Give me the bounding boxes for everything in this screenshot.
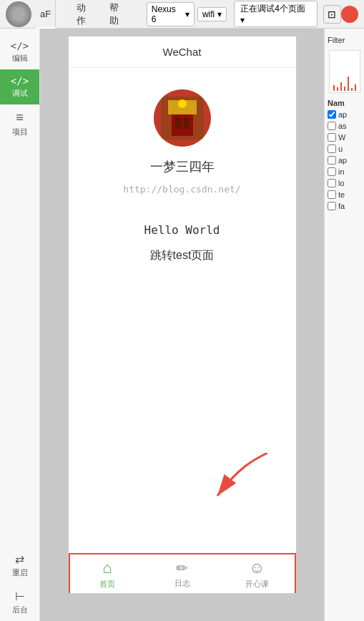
chart-bar xyxy=(337,87,338,91)
menu-item-help[interactable]: 帮助 xyxy=(102,0,135,30)
restart-icon: ⇄ xyxy=(15,552,24,566)
tab-home-label: 首页 xyxy=(99,579,115,590)
checkbox-row-fa[interactable]: fa xyxy=(325,200,364,212)
debug-status-button[interactable]: 正在调试4个页面 ▾ xyxy=(234,1,317,27)
hello-text: Hello World xyxy=(144,223,220,237)
sidebar-bottom: ⇄ 重启 ⊢ 后台 xyxy=(0,547,39,621)
svg-rect-4 xyxy=(175,118,181,129)
code-icon: </> xyxy=(11,40,29,52)
chart-bar xyxy=(355,84,356,91)
checkbox-label-in: in xyxy=(338,167,345,176)
checkbox-label-W: W xyxy=(338,133,345,142)
phone-frame: WeChat 一梦三四年 xyxy=(68,36,297,594)
happy-icon: ☺ xyxy=(249,559,265,577)
checkbox-ap2[interactable] xyxy=(328,156,336,165)
sidebar-item-restart[interactable]: ⇄ 重启 xyxy=(0,547,39,584)
checkbox-W[interactable] xyxy=(328,133,336,142)
sidebar-item-edit[interactable]: </> 编辑 xyxy=(0,34,39,69)
chart-bar xyxy=(340,82,342,91)
camera-icon: ⊡ xyxy=(328,9,336,20)
name-column-label: Nam xyxy=(325,97,364,109)
screenshot-button[interactable]: ⊡ xyxy=(323,5,342,24)
page-title: WeChat xyxy=(163,46,202,58)
nav-link[interactable]: 跳转test页面 xyxy=(150,248,215,263)
user-url: http://blog.csdn.net/ xyxy=(123,184,240,195)
avatar xyxy=(154,89,211,147)
diary-icon: ✏ xyxy=(176,559,188,577)
checkbox-fa[interactable] xyxy=(328,202,336,210)
chart-bar xyxy=(348,77,349,91)
checkbox-row-W[interactable]: W xyxy=(325,132,364,143)
left-sidebar: </> 编辑 </> 调试 ≡ 项目 ⇄ 重启 ⊢ 后台 xyxy=(0,29,40,621)
chevron-down-icon: ▾ xyxy=(185,9,190,19)
nav-arrow xyxy=(196,453,282,510)
checkbox-in[interactable] xyxy=(328,167,336,176)
checkbox-label-ap1: ap xyxy=(338,110,347,119)
svg-rect-5 xyxy=(184,118,190,129)
tab-bar: ⌂ 首页 ✏ 日志 ☺ 开心课 xyxy=(69,553,296,593)
checkbox-label-lo: lo xyxy=(338,179,345,187)
checkbox-label-as: as xyxy=(338,122,347,130)
checkbox-u[interactable] xyxy=(328,145,336,153)
menu-item-actions[interactable]: 动作 xyxy=(69,0,102,30)
checkbox-lo[interactable] xyxy=(328,179,336,187)
home-icon: ⌂ xyxy=(102,559,112,577)
checkbox-row-ap2[interactable]: ap xyxy=(325,155,364,166)
svg-rect-3 xyxy=(172,114,193,136)
sidebar-item-project[interactable]: ≡ 项目 xyxy=(0,104,39,143)
sidebar-item-backend[interactable]: ⊢ 后台 xyxy=(0,584,39,621)
right-panel: Filter Nam ap as W u ap in xyxy=(324,29,364,621)
checkbox-as[interactable] xyxy=(328,122,336,130)
checkbox-row-lo[interactable]: lo xyxy=(325,177,364,189)
tab-happy-label: 开心课 xyxy=(245,579,269,590)
checkbox-row-ap1[interactable]: ap xyxy=(325,109,364,120)
checkbox-label-ap2: ap xyxy=(338,156,347,165)
chart-bar xyxy=(351,88,353,91)
project-icon: ≡ xyxy=(16,110,24,125)
avatar-image xyxy=(154,89,211,147)
tab-diary-label: 日志 xyxy=(174,578,190,589)
checkbox-row-as[interactable]: as xyxy=(325,120,364,132)
device-selector: Nexus 6 ▾ wifi ▾ 正在调试4个页面 ▾ ⊡ xyxy=(147,1,341,27)
app-logo xyxy=(6,1,31,27)
checkbox-ap1[interactable] xyxy=(328,110,336,119)
checkbox-row-u[interactable]: u xyxy=(325,143,364,155)
svg-point-6 xyxy=(178,99,187,108)
chevron-down-icon: ▾ xyxy=(240,15,245,25)
chevron-down-icon: ▾ xyxy=(217,9,222,19)
tab-happy[interactable]: ☺ 开心课 xyxy=(220,556,295,592)
af-tab[interactable]: aF xyxy=(36,0,56,29)
chart-bar xyxy=(333,85,335,91)
checkbox-te[interactable] xyxy=(328,190,336,199)
phone-title-bar: WeChat xyxy=(69,36,296,68)
tab-home[interactable]: ⌂ 首页 xyxy=(70,556,145,592)
username: 一梦三四年 xyxy=(150,158,215,175)
checkbox-row-te[interactable]: te xyxy=(325,189,364,200)
chart-bar xyxy=(344,87,345,91)
tab-diary[interactable]: ✏ 日志 xyxy=(144,557,220,592)
network-dropdown[interactable]: wifi ▾ xyxy=(197,7,227,21)
checkbox-row-in[interactable]: in xyxy=(325,166,364,177)
main-content: WeChat 一梦三四年 xyxy=(40,29,324,621)
checkbox-label-u: u xyxy=(338,145,343,153)
debug-icon: </> xyxy=(11,75,29,87)
backend-icon: ⊢ xyxy=(15,590,25,603)
sidebar-item-debug[interactable]: </> 调试 xyxy=(0,69,39,104)
checkbox-label-fa: fa xyxy=(338,202,345,210)
filter-label: Filter xyxy=(325,34,364,46)
record-button[interactable] xyxy=(341,6,358,23)
network-preview-chart xyxy=(329,50,360,93)
device-dropdown[interactable]: Nexus 6 ▾ xyxy=(147,2,195,26)
checkbox-label-te: te xyxy=(338,190,345,199)
